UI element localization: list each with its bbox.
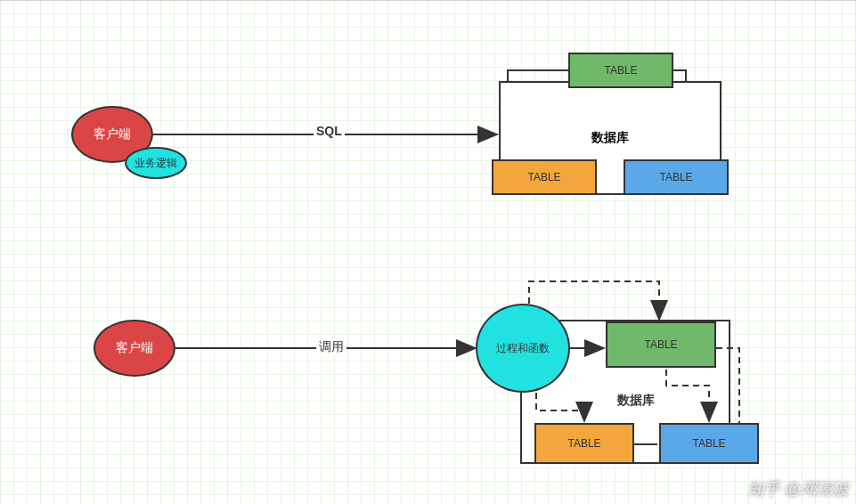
call-arrow-label: 调用 <box>316 339 346 355</box>
diagram-canvas: 客户端 业务逻辑 SQL 数据库 TABLE TABLE TABLE 客户端 调… <box>0 1 856 504</box>
client-label-bottom: 客户端 <box>116 340 153 356</box>
table-bottom-2: TABLE <box>534 423 634 464</box>
db-label-top: 数据库 <box>591 130 629 146</box>
sql-arrow-label: SQL <box>314 124 345 138</box>
proc-node: 过程和函数 <box>476 304 570 393</box>
watermark: 知乎 @邓澎波 <box>748 478 849 500</box>
table-bottom-3: TABLE <box>659 423 759 464</box>
table-bottom-1: TABLE <box>606 321 716 368</box>
logic-label: 业务逻辑 <box>135 156 177 171</box>
table-top-2: TABLE <box>492 159 597 195</box>
proc-label: 过程和函数 <box>496 341 550 356</box>
logic-node: 业务逻辑 <box>125 147 187 179</box>
db-label-bottom: 数据库 <box>615 393 657 409</box>
table-top-1: TABLE <box>568 53 673 88</box>
client-node-bottom: 客户端 <box>94 320 175 377</box>
client-label-top: 客户端 <box>94 126 131 142</box>
table-top-3: TABLE <box>624 159 729 195</box>
